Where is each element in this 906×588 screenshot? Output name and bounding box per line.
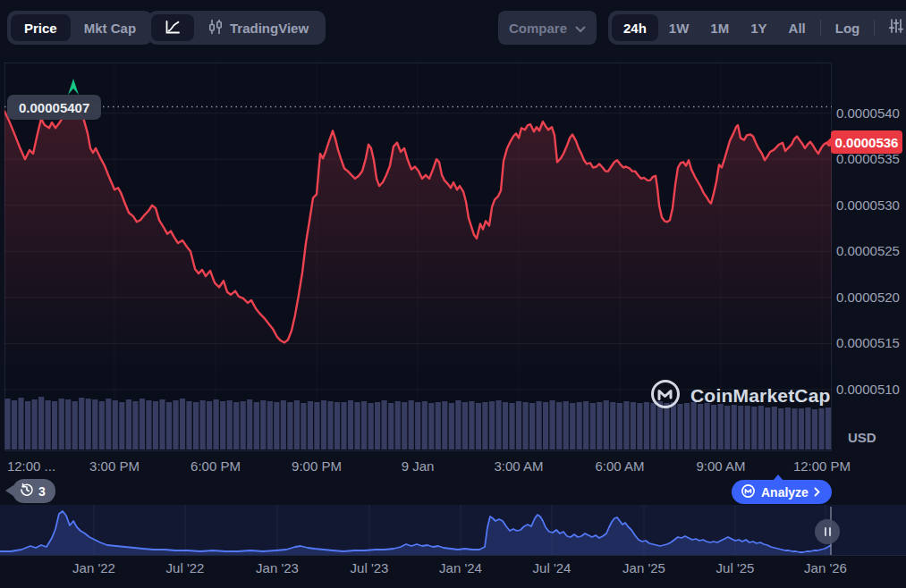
price-tab[interactable]: Price — [11, 14, 71, 41]
coinmarketcap-watermark: CoinMarketCap — [649, 378, 831, 414]
navigator-date-label: Jan '25 — [622, 560, 665, 575]
x-axis-label: 9:00 AM — [696, 458, 745, 474]
navigator-date-label: Jul '22 — [166, 560, 205, 575]
analyze-label: Analyze — [761, 485, 809, 500]
range-24h-button[interactable]: 24h — [612, 14, 658, 41]
tradingview-tab[interactable]: TradingView — [194, 18, 322, 38]
navigator-date-label: Jan '22 — [72, 560, 115, 575]
cmc-mini-logo-icon — [741, 483, 756, 501]
navigator-date-label: Jan '23 — [256, 560, 299, 575]
candlestick-icon — [207, 18, 224, 38]
current-price-value: 0.0000536 — [835, 135, 899, 150]
mktcap-tab[interactable]: Mkt Cap — [71, 14, 149, 41]
analyze-button[interactable]: Analyze — [732, 480, 832, 504]
x-axis-label: 6:00 PM — [191, 458, 241, 474]
divider — [874, 20, 875, 36]
navigator-date-label: Jul '23 — [351, 560, 389, 575]
x-axis-label: 3:00 PM — [89, 458, 140, 474]
compare-label: Compare — [509, 21, 567, 36]
navigator-drag-handle[interactable] — [815, 519, 840, 544]
coinmarketcap-logo-icon — [649, 378, 682, 414]
range-1m-button[interactable]: 1M — [699, 14, 740, 41]
tradingview-label: TradingView — [230, 21, 309, 36]
chevron-right-icon — [814, 485, 820, 500]
y-axis-label: 0.0000530 — [836, 197, 904, 213]
line-chart-tab[interactable] — [151, 14, 194, 41]
navigator-date-label: Jul '25 — [716, 560, 755, 575]
chart-type-toggle: TradingView — [148, 11, 326, 45]
x-axis-label: 12:00 ... — [7, 458, 55, 474]
y-axis-label: 0.0000510 — [836, 382, 904, 397]
history-count: 3 — [38, 484, 46, 499]
x-axis-label: 12:00 PM — [793, 458, 851, 474]
navigator-date-label: Jan '24 — [439, 560, 482, 575]
x-axis-label: 9:00 PM — [292, 458, 342, 474]
y-axis-label: 0.0000525 — [836, 243, 904, 258]
x-axis-label: 9 Jan — [402, 458, 435, 474]
y-axis-unit: USD — [848, 430, 876, 445]
high-price-value: 0.00005407 — [19, 100, 89, 115]
history-badge[interactable]: 3 — [13, 479, 55, 503]
x-axis-label: 3:00 AM — [494, 458, 543, 474]
line-chart-icon — [164, 18, 182, 38]
time-range-group: 24h 1W 1M 1Y All Log — [608, 11, 906, 45]
range-1y-button[interactable]: 1Y — [740, 14, 777, 41]
history-clock-icon — [20, 483, 34, 500]
log-scale-button[interactable]: Log — [825, 14, 871, 41]
y-axis-label: 0.0000520 — [836, 290, 904, 305]
compare-button[interactable]: Compare — [498, 11, 597, 45]
sliders-icon — [887, 17, 905, 38]
price-mktcap-toggle: Price Mkt Cap — [7, 11, 153, 45]
current-price-badge: 0.0000536 — [831, 130, 902, 154]
y-axis-label: 0.0000515 — [836, 335, 904, 350]
watermark-label: CoinMarketCap — [690, 385, 831, 407]
navigator-date-label: Jul '24 — [533, 560, 572, 575]
cmc-chart-app: Price Mkt Cap TradingView — [0, 0, 906, 588]
navigator-date-label: Jan '26 — [804, 560, 847, 575]
high-price-pill: 0.00005407 — [7, 95, 101, 120]
chevron-down-icon — [575, 21, 586, 36]
y-axis-label: 0.0000540 — [836, 105, 904, 121]
date-range-navigator[interactable] — [0, 505, 906, 556]
chart-settings-button[interactable] — [878, 17, 906, 38]
x-axis-label: 6:00 AM — [595, 458, 644, 474]
range-all-button[interactable]: All — [778, 14, 817, 41]
range-1w-button[interactable]: 1W — [658, 14, 700, 41]
divider — [820, 20, 821, 36]
